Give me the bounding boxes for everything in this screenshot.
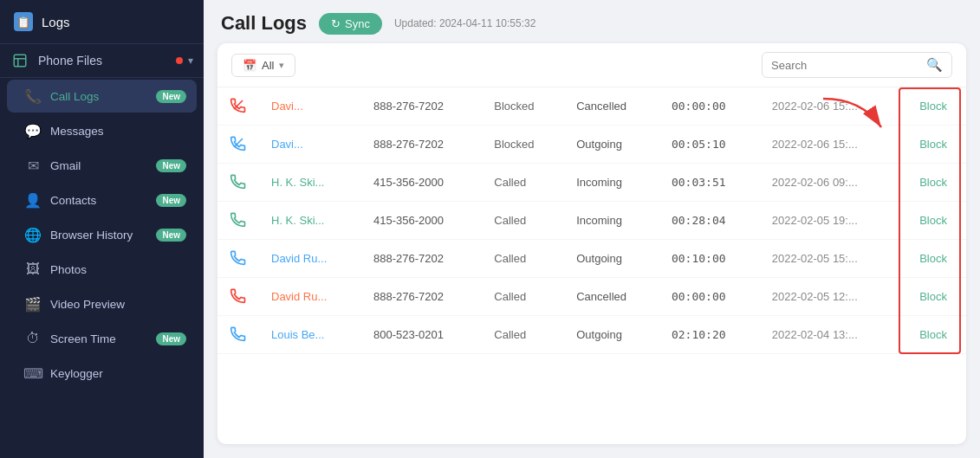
call-status: Called [482,202,564,240]
block-cell: Block [900,202,966,240]
phone-files-icon [10,51,29,70]
sidebar-item-photos[interactable]: 🖼 Photos [7,253,197,286]
block-button[interactable]: Block [912,210,954,230]
search-icon: 🔍 [926,57,943,73]
call-duration: 00:28:04 [659,202,760,240]
sidebar-header-label: Logs [42,15,70,29]
contacts-label: Contacts [50,194,147,207]
block-button[interactable]: Block [912,325,954,345]
table-row: Louis Be... 800-523-0201 Called Outgoing… [217,316,966,354]
call-date: 2022-02-05 15:... [760,240,900,278]
main-content: Call Logs ↻ Sync Updated: 2024-04-11 10:… [204,0,980,458]
phone-number: 888-276-7202 [361,87,482,126]
block-button[interactable]: Block [912,172,954,192]
phone-number: 415-356-2000 [361,164,482,202]
sync-label: Sync [345,17,370,30]
video-preview-label: Video Preview [50,298,186,311]
call-date: 2022-02-06 15:... [760,87,900,126]
sync-button[interactable]: ↻ Sync [319,13,382,35]
call-direction: Incoming [564,164,659,202]
sidebar-item-keylogger[interactable]: ⌨ Keylogger [7,357,197,390]
table-row: Davi... 888-276-7202 Blocked Outgoing 00… [217,126,966,164]
keylogger-icon: ⌨ [24,364,42,382]
call-logs-badge: New [156,90,186,103]
screen-time-badge: New [156,332,186,345]
sidebar-item-contacts[interactable]: 👤 Contacts New [7,184,197,216]
block-button[interactable]: Block [912,248,954,268]
sidebar-item-gmail[interactable]: ✉ Gmail New [7,149,197,182]
contacts-icon: 👤 [24,191,42,209]
call-date: 2022-02-05 12:... [760,278,900,316]
block-cell: Block [900,87,966,126]
block-cell: Block [900,126,966,164]
table-wrapper: Davi... 888-276-7202 Blocked Cancelled 0… [217,87,966,444]
phone-files-section[interactable]: Phone Files ▾ [0,44,204,78]
contact-name: Davi... [259,87,361,126]
table-row: David Ru... 888-276-7202 Called Cancelle… [217,278,966,316]
call-status: Called [482,316,564,354]
call-status: Called [482,278,564,316]
svg-rect-0 [14,55,26,67]
sync-icon: ↻ [331,17,341,30]
search-input[interactable] [771,59,921,72]
call-duration: 00:00:00 [659,278,760,316]
call-duration: 00:03:51 [659,164,760,202]
contact-name: Louis Be... [259,316,361,354]
browser-history-label: Browser History [50,229,147,242]
sidebar-header: 📋 Logs [0,0,204,44]
contact-name: H. K. Ski... [259,164,361,202]
calendar-icon: 📅 [243,59,256,72]
table-container: 📅 All ▾ 🔍 Davi... 888-276-7202 Blocked C… [217,43,966,444]
browser-history-badge: New [156,229,186,242]
sidebar-item-video-preview[interactable]: 🎬 Video Preview [7,287,197,320]
call-type-icon [217,278,259,316]
page-title: Call Logs [221,12,307,35]
call-date: 2022-02-04 13:... [760,316,900,354]
search-box: 🔍 [762,52,952,78]
messages-label: Messages [50,125,186,138]
block-cell: Block [900,240,966,278]
sidebar-item-screen-time[interactable]: ⏱ Screen Time New [7,322,197,355]
call-direction: Cancelled [564,87,659,126]
gmail-badge: New [156,159,186,172]
filter-chevron-icon: ▾ [279,60,284,71]
phone-number: 888-276-7202 [361,278,482,316]
call-duration: 00:10:00 [659,240,760,278]
call-logs-label: Call Logs [50,90,147,103]
contact-name: Davi... [259,126,361,164]
phone-number: 415-356-2000 [361,202,482,240]
call-type-icon [217,240,259,278]
block-button[interactable]: Block [912,287,954,306]
call-direction: Outgoing [564,240,659,278]
phone-number: 800-523-0201 [361,316,482,354]
contact-name: David Ru... [259,240,361,278]
block-button[interactable]: Block [912,96,954,116]
call-date: 2022-02-06 09:... [760,164,900,202]
photos-label: Photos [50,263,186,276]
notification-dot [176,57,183,64]
call-type-icon [217,126,259,164]
screen-time-icon: ⏱ [24,330,42,347]
table-toolbar: 📅 All ▾ 🔍 [217,43,966,87]
call-type-icon [217,316,259,354]
video-preview-icon: 🎬 [24,295,42,313]
sidebar-item-call-logs[interactable]: 📞 Call Logs New [7,80,197,113]
keylogger-label: Keylogger [50,367,186,380]
block-button[interactable]: Block [912,134,954,154]
gmail-label: Gmail [50,159,147,172]
call-type-icon [217,164,259,202]
block-cell: Block [900,316,966,354]
call-direction: Incoming [564,202,659,240]
filter-dropdown[interactable]: 📅 All ▾ [231,54,295,77]
sidebar: 📋 Logs Phone Files ▾ 📞 Call Logs New 💬 M… [0,0,204,458]
table-row: David Ru... 888-276-7202 Called Outgoing… [217,240,966,278]
call-duration: 02:10:20 [659,316,760,354]
phone-number: 888-276-7202 [361,240,482,278]
sidebar-item-browser-history[interactable]: 🌐 Browser History New [7,218,197,251]
call-date: 2022-02-05 19:... [760,202,900,240]
table-row: H. K. Ski... 415-356-2000 Called Incomin… [217,202,966,240]
call-status: Blocked [482,126,564,164]
sidebar-item-messages[interactable]: 💬 Messages [7,114,197,147]
contacts-badge: New [156,194,186,207]
block-cell: Block [900,278,966,316]
